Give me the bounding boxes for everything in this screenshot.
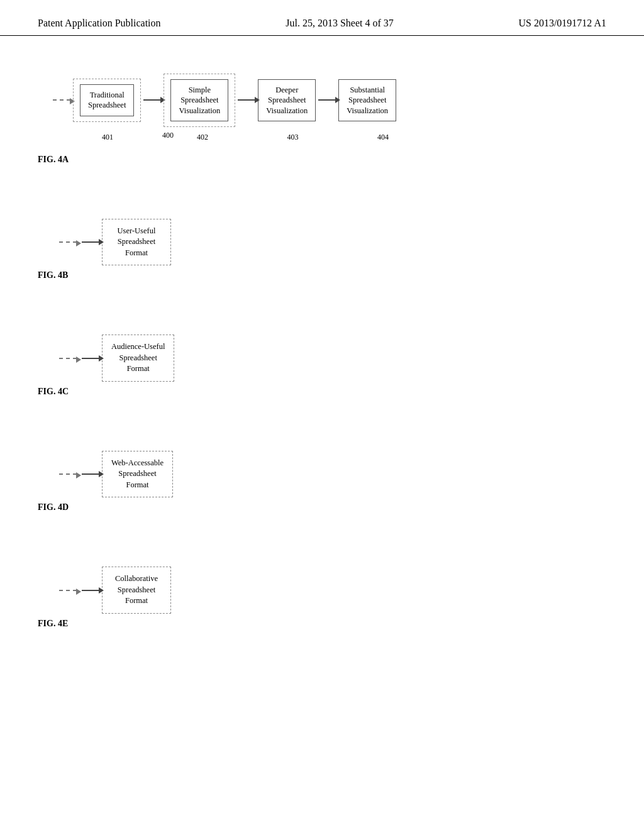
header-center: Jul. 25, 2013 Sheet 4 of 37 [286,18,394,29]
fig-4d-diagram: Web-AccessableSpreadsheetFormat [57,451,606,498]
fig-4c-box: Audience-UsefulSpreadsheetFormat [102,335,174,382]
label-402: 402 [171,131,234,142]
fig-4d-label: FIG. 4D [38,502,606,512]
fig-4a-flow: TraditionalSpreadsheet SimpleSpreadsheet… [50,74,606,127]
fig-4d-box: Web-AccessableSpreadsheetFormat [102,451,173,498]
fig-4c-arrow [59,358,77,359]
fig-4e-arrow2 [82,590,99,591]
arrow-402-403 [238,99,255,101]
fig-4a-diagram: TraditionalSpreadsheet SimpleSpreadsheet… [50,74,606,142]
node-404: SubstantialSpreadsheetVisualization [338,79,396,121]
fig-4e-section: CollaborativeSpreadsheetFormat FIG. 4E [38,567,606,629]
fig-4b-diagram: User-UsefulSpreadsheetFormat [57,219,606,266]
fig-4b-section: User-UsefulSpreadsheetFormat FIG. 4B [38,219,606,281]
label-401: 401 [73,131,142,142]
fig-4c-diagram: Audience-UsefulSpreadsheetFormat [57,335,606,382]
fig-4d-section: Web-AccessableSpreadsheetFormat FIG. 4D [38,451,606,513]
fig-4b-arrow [59,241,77,243]
outer-dashed-container-402: SimpleSpreadsheetVisualization [164,74,235,127]
label-403: 403 [263,131,323,142]
fig-4a-section: TraditionalSpreadsheet SimpleSpreadsheet… [38,74,606,165]
fig-4c-label: FIG. 4C [38,387,606,397]
entry-dashed-arrow [53,99,70,101]
arrow-401-402 [143,99,161,101]
fig-4e-arrow [59,590,77,591]
outer-dashed-container: TraditionalSpreadsheet [73,79,141,122]
fig-4c-arrow2 [82,358,99,359]
node-403: DeeperSpreadsheetVisualization [258,79,316,121]
page-header: Patent Application Publication Jul. 25, … [0,0,644,36]
fig-4b-box: User-UsefulSpreadsheetFormat [102,219,171,266]
fig-4e-label: FIG. 4E [38,619,606,629]
label-404: 404 [352,131,414,142]
page-content: TraditionalSpreadsheet SimpleSpreadsheet… [0,36,644,679]
node-401: TraditionalSpreadsheet [80,84,134,116]
header-right: US 2013/0191712 A1 [518,18,606,29]
fig-4d-arrow [59,473,77,475]
arrow-403-404 [318,99,336,101]
fig-4b-arrow2 [82,241,99,243]
fig-4d-arrow2 [82,473,99,475]
fig-4e-box: CollaborativeSpreadsheetFormat [102,567,171,614]
node-402: SimpleSpreadsheetVisualization [170,79,228,121]
fig-4c-section: Audience-UsefulSpreadsheetFormat FIG. 4C [38,335,606,397]
fig-4a-label: FIG. 4A [38,155,606,165]
header-left: Patent Application Publication [38,18,161,29]
fig-4b-label: FIG. 4B [38,270,606,280]
fig-4e-diagram: CollaborativeSpreadsheetFormat [57,567,606,614]
